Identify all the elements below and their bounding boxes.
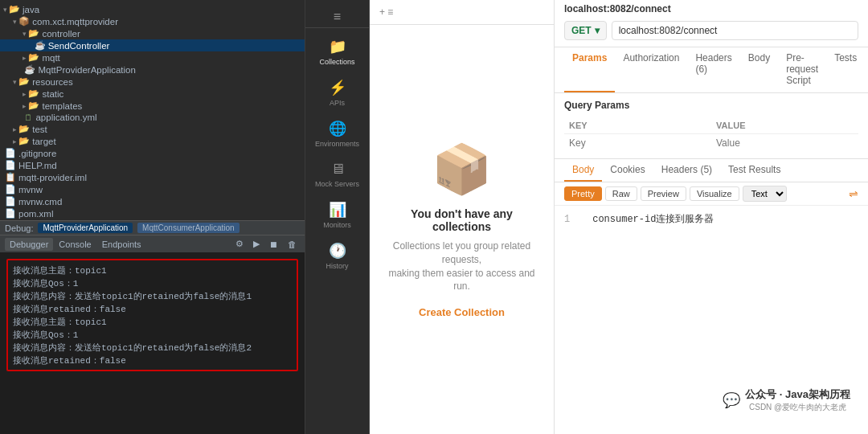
- tree-item[interactable]: 📄mvnw.cmd: [0, 195, 305, 207]
- format-raw[interactable]: Raw: [605, 186, 637, 201]
- tab-prerequest[interactable]: Pre-request Script: [778, 47, 826, 92]
- endpoints-tab[interactable]: Endpoints: [97, 238, 146, 251]
- wrap-icon[interactable]: ⇌: [849, 187, 858, 200]
- debugger-tab[interactable]: Debugger: [5, 238, 53, 251]
- tree-item[interactable]: ▸📂static: [0, 88, 305, 100]
- watermark-sub: CSDN @爱吃牛肉的大老虎: [745, 402, 850, 413]
- tree-item[interactable]: ☕MqttProviderApplication: [0, 63, 305, 76]
- sidebar-item-history[interactable]: 🕐History: [312, 235, 362, 276]
- tree-item[interactable]: ▾📂controller: [0, 27, 305, 39]
- tree-item[interactable]: ▸📂test: [0, 123, 305, 135]
- tab-body[interactable]: Body: [740, 47, 778, 92]
- sidebar-icon: ⚡: [329, 79, 346, 96]
- console-tab[interactable]: Console: [54, 238, 96, 251]
- tree-item[interactable]: ▾📂java: [0, 3, 305, 15]
- sidebar-item-environments[interactable]: 🌐Environments: [312, 113, 362, 154]
- collections-header: + ≡: [370, 0, 554, 25]
- debug-toolbar: Debugger Console Endpoints ⚙ ▶ ⏹ 🗑: [0, 235, 305, 252]
- tree-item[interactable]: ▾📦com.xct.mqttprovider: [0, 15, 305, 27]
- resp-tab-body[interactable]: Body: [564, 159, 602, 182]
- tree-item[interactable]: 📋mqtt-provider.iml: [0, 171, 305, 183]
- format-pretty[interactable]: Pretty: [564, 186, 602, 201]
- tree-item[interactable]: 📄pom.xml: [0, 207, 305, 219]
- value-header: VALUE: [711, 117, 858, 134]
- url-input[interactable]: [612, 21, 858, 40]
- empty-title: You don't have any collections: [386, 207, 538, 233]
- line-number: 1: [564, 214, 577, 225]
- response-toolbar: Pretty Raw Preview Visualize Text ⇌: [555, 182, 868, 206]
- debug-btn-stop[interactable]: ⏹: [266, 237, 281, 251]
- tree-item[interactable]: ▾📂resources: [0, 76, 305, 88]
- empty-icon: 📦: [432, 141, 492, 198]
- sidebar-label: Monitors: [323, 221, 351, 229]
- value-input[interactable]: [716, 137, 854, 149]
- empty-collections: 📦 You don't have any collections Collect…: [370, 25, 554, 434]
- debug-btn-run[interactable]: ▶: [250, 237, 263, 251]
- text-format-select[interactable]: Text: [743, 186, 787, 202]
- sidebar-icon: 🖥: [330, 161, 345, 178]
- response-text: consumer-id连接到服务器: [592, 214, 714, 225]
- params-table: KEY VALUE: [564, 117, 858, 152]
- console-line: 接收消息内容：发送给topic1的retained为false的消息1: [13, 289, 292, 302]
- app-tag-provider[interactable]: MqttProviderApplication: [38, 223, 133, 233]
- tree-item[interactable]: 🗒application.yml: [0, 112, 305, 123]
- console-line: 接收消息Qos：1: [13, 276, 292, 289]
- tree-item[interactable]: 📄.gitignore: [0, 147, 305, 159]
- query-params-section: Query Params KEY VALUE: [555, 93, 868, 158]
- sidebar-icon: 📁: [329, 38, 346, 55]
- sidebar-label: APIs: [330, 99, 345, 107]
- debug-bar: Debug: MqttProviderApplication MqttConsu…: [0, 220, 305, 235]
- method-chevron: ▾: [595, 25, 600, 36]
- resp-tab-test-results[interactable]: Test Results: [720, 159, 788, 182]
- sidebar-item-collections[interactable]: 📁Collections: [312, 31, 362, 72]
- resp-tab-headers[interactable]: Headers (5): [653, 159, 720, 182]
- console-line: 接收消息Qos：1: [13, 328, 292, 341]
- debug-btn-filter[interactable]: ⚙: [232, 237, 247, 251]
- console-line: 接收消息内容：发送给topic1的retained为false的消息2: [13, 341, 292, 354]
- sidebar-label: Environments: [315, 140, 359, 148]
- sidebar-item-mock-servers[interactable]: 🖥Mock Servers: [312, 154, 362, 194]
- console-line: 接收消息retained：false: [13, 302, 292, 315]
- url-title: localhost:8082/connect: [555, 0, 868, 14]
- tab-params[interactable]: Params: [564, 47, 615, 92]
- app-tag-consumer[interactable]: MqttConsumerApplication: [137, 223, 240, 233]
- sidebar-item-apis[interactable]: ⚡APIs: [312, 72, 362, 113]
- tree-item[interactable]: 📄mvnw: [0, 183, 305, 195]
- sidebar-top: ≡: [305, 6, 369, 28]
- format-preview[interactable]: Preview: [641, 186, 686, 201]
- console-output: 接收消息主题：topic1接收消息Qos：1接收消息内容：发送给topic1的r…: [6, 259, 298, 371]
- tree-item[interactable]: ▸📂templates: [0, 100, 305, 112]
- sidebar-label: Collections: [319, 58, 354, 66]
- tab-headers[interactable]: Headers (6): [687, 47, 739, 92]
- tree-item[interactable]: ▸📂target: [0, 135, 305, 147]
- sidebar-icon: 🌐: [329, 120, 346, 137]
- tree-item[interactable]: 📄HELP.md: [0, 159, 305, 171]
- tab-tests[interactable]: Tests: [826, 47, 865, 92]
- watermark-title: 公众号 · Java架构历程: [745, 387, 850, 402]
- resp-tab-cookies[interactable]: Cookies: [602, 159, 653, 182]
- key-input[interactable]: [569, 137, 706, 149]
- create-collection-button[interactable]: Create Collection: [419, 306, 505, 318]
- collections-panel: + ≡ 📦 You don't have any collections Col…: [370, 0, 555, 434]
- method-select[interactable]: GET ▾: [564, 21, 607, 40]
- sidebar-icon: 📊: [329, 201, 346, 219]
- watermark: 💬 公众号 · Java架构历程 CSDN @爱吃牛肉的大老虎: [713, 383, 860, 418]
- query-params-title: Query Params: [564, 100, 858, 111]
- params-row: [564, 134, 858, 153]
- tree-item[interactable]: ▸📂mqtt: [0, 51, 305, 63]
- format-visualize[interactable]: Visualize: [690, 186, 739, 201]
- request-tabs: Params Authorization Headers (6) Body Pr…: [555, 47, 868, 93]
- request-url-bar: GET ▾: [555, 14, 868, 47]
- tab-authorization[interactable]: Authorization: [615, 47, 687, 92]
- sidebar-item-monitors[interactable]: 📊Monitors: [312, 194, 362, 235]
- console-line: 接收消息主题：topic1: [13, 264, 292, 276]
- tree-item[interactable]: ☕SendController: [0, 39, 305, 51]
- empty-desc: Collections let you group related reques…: [386, 240, 538, 293]
- postman-sidebar: ≡ 📁Collections⚡APIs🌐Environments🖥Mock Se…: [305, 0, 370, 434]
- debug-btn-clear[interactable]: 🗑: [285, 237, 300, 251]
- sidebar-label: History: [326, 262, 348, 270]
- debug-label: Debug:: [5, 223, 33, 233]
- key-header: KEY: [564, 117, 711, 134]
- response-tabs: Body Cookies Headers (5) Test Results: [555, 159, 868, 182]
- sidebar-icon: 🕐: [329, 242, 346, 260]
